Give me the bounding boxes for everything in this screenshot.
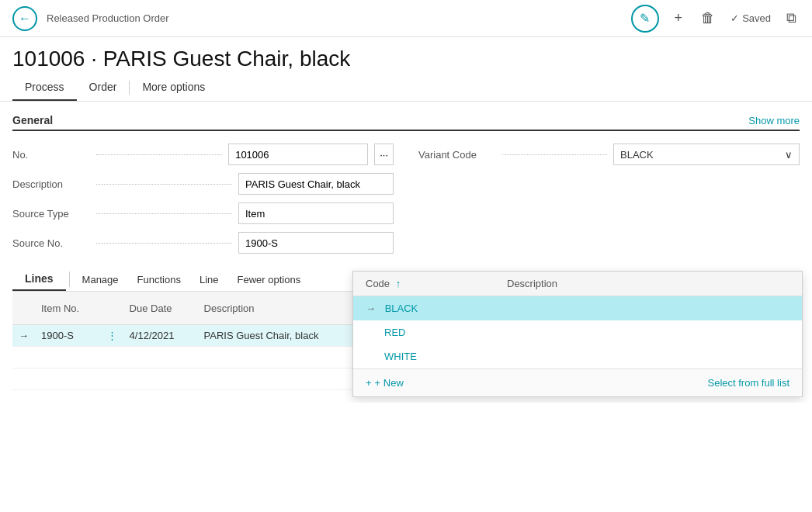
selected-arrow-icon: → [366, 303, 376, 314]
source-no-input[interactable] [238, 232, 394, 254]
lines-divider [69, 272, 70, 287]
edit-icon: ✎ [640, 11, 650, 26]
action-fewer-options[interactable]: Fewer options [228, 269, 311, 290]
no-input[interactable] [228, 144, 368, 165]
field-no: No. ··· [12, 144, 394, 165]
delete-icon: 🗑 [701, 10, 715, 26]
breadcrumb: Released Production Order [47, 12, 169, 24]
check-icon: ✓ [730, 12, 739, 24]
dropdown-code-red: RED [384, 327, 405, 338]
add-button[interactable]: + [671, 7, 686, 29]
row-arrow-icon: → [19, 330, 29, 341]
field-source-type: Source Type [12, 202, 394, 224]
cell-description[interactable]: PARIS Guest Chair, black [198, 325, 363, 347]
general-section-header: General Show more [12, 114, 800, 131]
dropdown-item-white[interactable]: WHITE [353, 344, 802, 368]
action-line[interactable]: Line [190, 269, 228, 290]
source-type-dots [96, 213, 232, 214]
back-button[interactable]: ← [12, 6, 37, 31]
dropdown-footer: + + New Select from full list [353, 368, 802, 396]
no-label: No. [12, 149, 90, 161]
general-form: No. ··· Description Source Type Source N… [12, 144, 800, 261]
external-link-button[interactable]: ⧉ [783, 7, 800, 29]
source-no-label: Source No. [12, 237, 90, 249]
select-full-list-button[interactable]: Select from full list [708, 377, 789, 389]
dropdown-col-description: Description [507, 278, 789, 289]
new-label: + New [375, 377, 404, 389]
source-type-label: Source Type [12, 208, 90, 220]
action-manage[interactable]: Manage [73, 269, 128, 290]
tab-more-options[interactable]: More options [130, 74, 217, 101]
tab-order[interactable]: Order [77, 74, 130, 101]
variant-code-value: BLACK [620, 149, 654, 161]
no-more-button[interactable]: ··· [374, 144, 394, 165]
dropdown-code-white: WHITE [384, 351, 417, 362]
dropdown-header: Code ↑ Description [353, 272, 802, 296]
main-content: General Show more No. ··· Description So… [0, 102, 812, 403]
form-col-right: Variant Code BLACK ∨ [418, 144, 800, 261]
variant-dots [502, 154, 607, 155]
col-header-empty [12, 292, 35, 325]
dropdown-row-col1: → BLACK [366, 303, 507, 314]
dropdown-row-col1-white: WHITE [366, 351, 507, 362]
field-variant-code: Variant Code BLACK ∨ [418, 144, 800, 165]
field-description: Description [12, 173, 394, 195]
description-label: Description [12, 178, 90, 190]
no-dots [96, 154, 222, 155]
cell-three-dots[interactable]: ⋮ [101, 325, 123, 347]
more-icon: ··· [380, 149, 388, 161]
add-icon: + [675, 10, 683, 26]
chevron-down-icon: ∨ [785, 149, 793, 161]
form-col-left: No. ··· Description Source Type Source N… [12, 144, 394, 261]
top-actions: ✎ + 🗑 ✓ Saved ⧉ [631, 5, 800, 33]
description-input[interactable] [238, 173, 394, 195]
saved-status: ✓ Saved [730, 12, 771, 24]
col-header-dots [101, 292, 123, 325]
page-title: 101006 · PARIS Guest Chair, black [0, 37, 812, 74]
delete-button[interactable]: 🗑 [698, 7, 718, 29]
cell-due-date[interactable]: 4/12/2021 [123, 325, 198, 347]
nav-tabs: Process Order More options [0, 74, 812, 102]
dropdown-col-code: Code ↑ [366, 278, 507, 289]
external-icon: ⧉ [786, 10, 796, 26]
top-bar: ← Released Production Order ✎ + 🗑 ✓ Save… [0, 0, 812, 37]
description-dots [96, 184, 232, 185]
source-no-dots [96, 243, 232, 244]
field-source-no: Source No. [12, 232, 394, 254]
section-title-general: General [12, 114, 53, 126]
tab-process[interactable]: Process [12, 74, 77, 101]
edit-button[interactable]: ✎ [631, 5, 659, 33]
row-arrow-cell: → [12, 325, 35, 347]
new-plus-icon: + [366, 377, 372, 389]
col-header-due-date: Due Date [123, 292, 198, 325]
three-dots-icon[interactable]: ⋮ [107, 330, 117, 341]
source-type-input[interactable] [238, 202, 394, 224]
back-icon: ← [19, 12, 31, 26]
sort-asc-icon: ↑ [396, 278, 401, 289]
dropdown-item-red[interactable]: RED [353, 320, 802, 344]
dropdown-item-black[interactable]: → BLACK [353, 296, 802, 320]
col-header-description: Description [198, 292, 363, 325]
action-functions[interactable]: Functions [128, 269, 190, 290]
tab-lines[interactable]: Lines [12, 268, 66, 291]
new-button[interactable]: + + New [366, 377, 404, 389]
variant-code-select[interactable]: BLACK ∨ [613, 144, 800, 165]
dropdown-code-black: BLACK [385, 303, 418, 314]
cell-item-no[interactable]: 1900-S [35, 325, 101, 347]
col-header-item-no: Item No. [35, 292, 101, 325]
variant-dropdown: Code ↑ Description → BLACK RED WHITE [352, 271, 803, 397]
variant-code-label: Variant Code [418, 149, 496, 161]
dropdown-row-col1-red: RED [366, 327, 507, 338]
show-more-button[interactable]: Show more [748, 115, 800, 126]
